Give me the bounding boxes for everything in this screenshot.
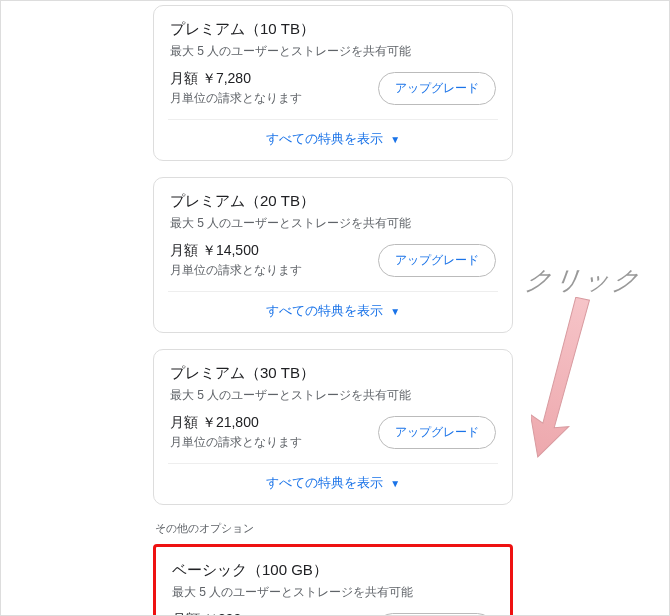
plan-price: 月額 ￥290 — [172, 611, 304, 616]
toggle-label: すべての特典を表示 — [266, 303, 383, 318]
chevron-down-icon: ▼ — [390, 306, 400, 317]
plan-subtitle: 最大 5 人のユーザーとストレージを共有可能 — [170, 215, 496, 232]
upgrade-button[interactable]: アップグレード — [378, 244, 496, 277]
plan-card-10tb: プレミアム（10 TB） 最大 5 人のユーザーとストレージを共有可能 月額 ￥… — [153, 5, 513, 161]
benefits-toggle[interactable]: すべての特典を表示 ▼ — [170, 292, 496, 322]
plan-billing: 月単位の請求となります — [170, 90, 302, 107]
plan-title: プレミアム（30 TB） — [170, 364, 496, 383]
benefits-toggle[interactable]: すべての特典を表示 ▼ — [170, 120, 496, 150]
plan-card-30tb: プレミアム（30 TB） 最大 5 人のユーザーとストレージを共有可能 月額 ￥… — [153, 349, 513, 505]
benefits-toggle[interactable]: すべての特典を表示 ▼ — [170, 464, 496, 494]
plan-title: プレミアム（20 TB） — [170, 192, 496, 211]
plan-billing: 月単位の請求となります — [170, 434, 302, 451]
toggle-label: すべての特典を表示 — [266, 131, 383, 146]
plan-subtitle: 最大 5 人のユーザーとストレージを共有可能 — [170, 43, 496, 60]
toggle-label: すべての特典を表示 — [266, 475, 383, 490]
other-options-label: その他のオプション — [155, 521, 513, 536]
plan-title: プレミアム（10 TB） — [170, 20, 496, 39]
plan-subtitle: 最大 5 人のユーザーとストレージを共有可能 — [170, 387, 496, 404]
plan-billing: 月単位の請求となります — [170, 262, 302, 279]
plan-card-20tb: プレミアム（20 TB） 最大 5 人のユーザーとストレージを共有可能 月額 ￥… — [153, 177, 513, 333]
upgrade-button[interactable]: アップグレード — [378, 72, 496, 105]
plan-price: 月額 ￥21,800 — [170, 414, 302, 432]
plan-card-basic: ベーシック（100 GB） 最大 5 人のユーザーとストレージを共有可能 月額 … — [153, 544, 513, 616]
chevron-down-icon: ▼ — [390, 478, 400, 489]
plan-subtitle: 最大 5 人のユーザーとストレージを共有可能 — [172, 584, 494, 601]
plan-price: 月額 ￥7,280 — [170, 70, 302, 88]
plan-price: 月額 ￥14,500 — [170, 242, 302, 260]
chevron-down-icon: ▼ — [390, 134, 400, 145]
plan-title: ベーシック（100 GB） — [172, 561, 494, 580]
upgrade-button[interactable]: アップグレード — [378, 416, 496, 449]
